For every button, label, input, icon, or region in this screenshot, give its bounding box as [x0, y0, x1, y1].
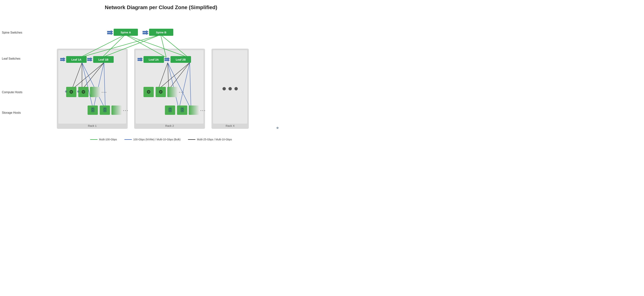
- legend-black-line: [188, 139, 196, 140]
- leaf-2a: Leaf 2A: [144, 56, 164, 63]
- svg-marker-34: [164, 58, 170, 60]
- rack1-storage-1: 🗄: [88, 106, 98, 115]
- legend-black-label: Multi-25-Gbps / Multi-10-Gbps: [197, 138, 232, 141]
- rack-x-inner: [213, 50, 247, 124]
- spine-b-arrow-icon: [142, 30, 148, 35]
- rack-x-label: Rack X: [226, 124, 234, 127]
- rack2-compute-2: ⚙: [156, 87, 166, 97]
- rack-1: Rack 1 Leaf 1A Leaf 1B ⚙ ⚙ ⚙: [57, 49, 128, 129]
- rack-x-dots: [222, 87, 238, 90]
- legend-blue-label: 100-Gbps (NVMe) / Multi-10-Gbps (Bulk): [133, 138, 180, 141]
- label-storage-hosts: Storage Hosts: [2, 111, 21, 114]
- spine-a-arrow-icon: [107, 30, 113, 35]
- svg-marker-30: [87, 58, 92, 60]
- svg-marker-31: [87, 59, 92, 61]
- svg-marker-29: [60, 59, 66, 61]
- svg-marker-25: [107, 32, 113, 35]
- svg-marker-27: [142, 32, 148, 35]
- diagram-area: Spine Switches Leaf Switches Compute Hos…: [0, 12, 322, 143]
- page-title: Network Diagram per Cloud Zone (Simplifi…: [0, 0, 322, 12]
- rack1-compute-1: ⚙: [66, 87, 76, 97]
- rack2-storage-1: 🗄: [165, 106, 175, 115]
- rack1-compute-2: ⚙: [78, 87, 88, 97]
- legend-green: Multi-100-Gbps: [90, 138, 117, 141]
- legend-blue-line: [124, 139, 132, 140]
- leaf-1a-arrow-icon: [60, 57, 66, 61]
- svg-marker-24: [107, 30, 113, 33]
- rack2-storage-2: 🗄: [177, 106, 187, 115]
- label-spine-switches: Spine Switches: [2, 31, 22, 34]
- legend-black: Multi-25-Gbps / Multi-10-Gbps: [188, 138, 232, 141]
- rack1-storage-dots: ···: [123, 108, 128, 113]
- legend-blue: 100-Gbps (NVMe) / Multi-10-Gbps (Bulk): [124, 138, 180, 141]
- label-compute-hosts: Compute Hosts: [2, 90, 22, 94]
- spine-switch-a: Spine A: [114, 29, 138, 36]
- label-leaf-switches: Leaf Switches: [2, 57, 20, 60]
- svg-marker-32: [138, 58, 143, 60]
- rack2-compute-1: ⚙: [144, 87, 154, 97]
- leaf-1b-arrow-icon: [87, 57, 92, 61]
- rack1-compute-dots: ···: [102, 90, 107, 95]
- leaf-1b: Leaf 1B: [93, 56, 114, 63]
- legend-green-line: [90, 139, 98, 140]
- rack-2-label: Rack 2: [165, 124, 174, 127]
- leaf-2b: Leaf 2B: [170, 56, 191, 63]
- rack1-storage-2: 🗄: [100, 106, 110, 115]
- svg-marker-26: [142, 30, 148, 33]
- rack2-compute-dots: ···: [179, 90, 184, 95]
- svg-marker-35: [164, 59, 170, 61]
- spine-switch-b: Spine B: [149, 29, 173, 36]
- leaf-2a-arrow-icon: [138, 57, 143, 61]
- rack2-storage-dots: ···: [200, 108, 206, 113]
- leaf-1a: Leaf 1A: [66, 56, 87, 63]
- legend: Multi-100-Gbps 100-Gbps (NVMe) / Multi-1…: [90, 138, 232, 141]
- leaf-2b-arrow-icon: [164, 57, 170, 61]
- rack-2: Rack 2 Leaf 2A Leaf 2B ⚙ ⚙ ⚙: [134, 49, 205, 129]
- svg-marker-33: [138, 59, 143, 61]
- rack-x: Rack X: [212, 49, 249, 129]
- legend-green-label: Multi-100-Gbps: [99, 138, 117, 141]
- svg-marker-28: [60, 58, 66, 60]
- rack-1-label: Rack 1: [88, 124, 97, 127]
